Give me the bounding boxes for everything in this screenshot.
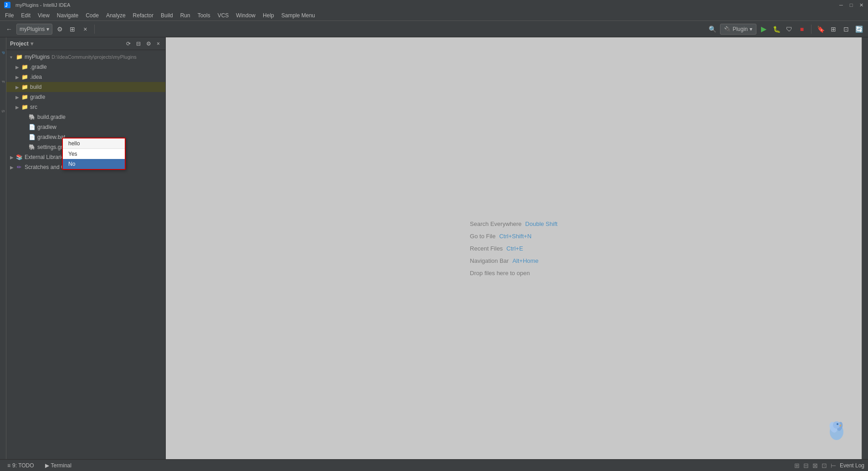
menu-window[interactable]: Window: [233, 11, 259, 20]
arrow: ▶: [15, 85, 21, 90]
window-controls: ─ □ ✕: [838, 2, 864, 8]
gradle-file-icon: 🐘: [28, 113, 36, 121]
tree-item-build[interactable]: ▶ 📁 build: [6, 82, 165, 92]
bottom-icon-3[interactable]: ⊠: [812, 462, 818, 469]
panel-header-btns: ⟳ ⊟ ⚙ ×: [124, 40, 162, 48]
tree-item-build-gradle[interactable]: ▶ 🐘 build.gradle: [6, 112, 165, 122]
toolbar-sep-1: [94, 25, 95, 34]
menu-build[interactable]: Build: [158, 11, 176, 20]
toolbar-back-btn[interactable]: ←: [4, 24, 15, 35]
ide-bird-logo: [825, 418, 848, 441]
project-dropdown-label: myPlugins: [20, 26, 45, 32]
arrow: ▶: [15, 65, 21, 70]
tree-item-gradlew[interactable]: ▶ 📄 gradlew: [6, 122, 165, 132]
panel-close-btn[interactable]: ×: [155, 40, 162, 48]
hint-goto-text: Go to File: [470, 233, 495, 240]
bottom-icon-2[interactable]: ⊟: [803, 462, 809, 469]
bottom-icon-1[interactable]: ⊞: [794, 462, 800, 469]
root-path: D:\IdeaCommunity\projects\myPlugins: [51, 54, 136, 60]
menu-sample[interactable]: Sample Menu: [278, 11, 318, 20]
maximize-btn[interactable]: □: [848, 2, 854, 8]
toolbar: ← myPlugins ▾ ⚙ ⊞ × 🔍 🔌 Plugin ▾ ▶ 🐛 🛡 ■…: [0, 21, 868, 37]
hint-navbar-text: Navigation Bar: [470, 257, 509, 264]
panel-dropdown-icon[interactable]: ▾: [31, 41, 33, 47]
tree-item-idea[interactable]: ▶ 📁 .idea: [6, 72, 165, 82]
library-icon: 📚: [15, 154, 23, 161]
folder-icon: 📁: [21, 93, 28, 101]
svg-point-5: [833, 421, 840, 429]
close-btn[interactable]: ✕: [858, 2, 864, 8]
bookmark-btn[interactable]: 🔖: [815, 24, 826, 35]
editor-area: Search Everywhere Double Shift Go to Fil…: [166, 37, 862, 459]
hint-recent-shortcut: Ctrl+E: [506, 245, 523, 252]
tree-item-gradle-hidden[interactable]: ▶ 📁 .gradle: [6, 62, 165, 72]
scratches-icon: ✏: [15, 164, 23, 171]
stop-btn[interactable]: ■: [797, 24, 807, 35]
dropdown-item-yes[interactable]: Yes: [63, 149, 125, 159]
hint-goto-shortcut: Ctrl+Shift+N: [499, 233, 531, 240]
dropdown-header: hello: [63, 138, 125, 149]
panel-title-label: Project: [10, 41, 29, 47]
folder-icon: 📁: [21, 103, 28, 111]
run-coverage-btn[interactable]: 🛡: [784, 24, 795, 35]
menu-analyze[interactable]: Analyze: [103, 11, 129, 20]
editor-hints: Search Everywhere Double Shift Go to Fil…: [470, 220, 557, 276]
hint-search-text: Search Everywhere: [470, 220, 521, 227]
menu-file[interactable]: File: [2, 11, 17, 20]
item-label: gradle: [30, 94, 45, 100]
debug-btn[interactable]: 🐛: [771, 24, 782, 35]
bottom-tab-todo[interactable]: ≡ 9: TODO: [4, 461, 38, 470]
panel-settings-btn[interactable]: ⚙: [144, 40, 153, 48]
root-folder-icon: 📁: [15, 53, 23, 61]
hint-search: Search Everywhere Double Shift: [470, 220, 557, 227]
panel-title: Project ▾: [10, 41, 33, 47]
svg-text:J: J: [5, 3, 8, 8]
plugin-icon: 🔌: [724, 26, 731, 32]
arrow: ▶: [15, 105, 21, 110]
bottom-icon-5[interactable]: ⊢: [831, 462, 836, 469]
panel-collapse-btn[interactable]: ⊟: [134, 40, 143, 48]
right-sidebar: [862, 37, 868, 459]
menu-refactor[interactable]: Refactor: [130, 11, 157, 20]
sidebar-tab-structure[interactable]: S: [0, 97, 6, 125]
sidebar-tab-project[interactable]: P: [0, 39, 6, 67]
bottom-event-log[interactable]: Event Log: [840, 462, 864, 469]
project-dropdown-arrow: ▾: [46, 26, 49, 32]
menu-edit[interactable]: Edit: [18, 11, 34, 20]
bottom-icon-4[interactable]: ⊡: [822, 462, 827, 469]
restore-btn[interactable]: ⊡: [841, 24, 852, 35]
run-btn[interactable]: ▶: [758, 24, 769, 35]
tree-item-gradle[interactable]: ▶ 📁 gradle: [6, 92, 165, 102]
hint-drop-text: Drop files here to open: [470, 270, 530, 276]
project-dropdown[interactable]: myPlugins ▾: [16, 24, 52, 35]
toolbar-settings-btn[interactable]: ⚙: [54, 24, 65, 35]
tree-item-src[interactable]: ▶ 📁 src: [6, 102, 165, 112]
toolbar-update-btn[interactable]: 🔄: [853, 24, 864, 35]
menu-vcs[interactable]: VCS: [214, 11, 232, 20]
todo-icon: ≡: [7, 462, 10, 469]
toolbar-close-btn[interactable]: ×: [80, 24, 91, 35]
sidebar-tab-favorites[interactable]: F: [0, 68, 6, 96]
toolbar-search-btn[interactable]: 🔍: [707, 24, 718, 35]
toolbar-layout-btn[interactable]: ⊞: [67, 24, 78, 35]
menu-help[interactable]: Help: [260, 11, 277, 20]
hint-navbar: Navigation Bar Alt+Home: [470, 257, 539, 264]
bottom-right: ⊞ ⊟ ⊠ ⊡ ⊢ Event Log: [794, 462, 864, 469]
item-label: build.gradle: [37, 114, 66, 120]
panel-sync-btn[interactable]: ⟳: [124, 40, 133, 48]
arrow: ▶: [15, 95, 21, 100]
item-label: .gradle: [30, 64, 47, 70]
bottom-tab-terminal[interactable]: ▶ Terminal: [41, 461, 75, 470]
layout-btn[interactable]: ⊞: [828, 24, 839, 35]
tree-root[interactable]: ▾ 📁 myPlugins D:\IdeaCommunity\projects\…: [6, 52, 165, 62]
minimize-btn[interactable]: ─: [838, 2, 844, 8]
menu-view[interactable]: View: [35, 11, 53, 20]
menu-tools[interactable]: Tools: [194, 11, 214, 20]
dropdown-item-no[interactable]: No: [63, 159, 125, 169]
hint-recent-text: Recent Files: [470, 245, 503, 252]
menu-run[interactable]: Run: [177, 11, 194, 20]
menu-code[interactable]: Code: [82, 11, 102, 20]
plugin-run-config[interactable]: 🔌 Plugin ▾: [720, 24, 756, 35]
bat-file-icon: 📄: [28, 133, 36, 141]
menu-navigate[interactable]: Navigate: [54, 11, 82, 20]
